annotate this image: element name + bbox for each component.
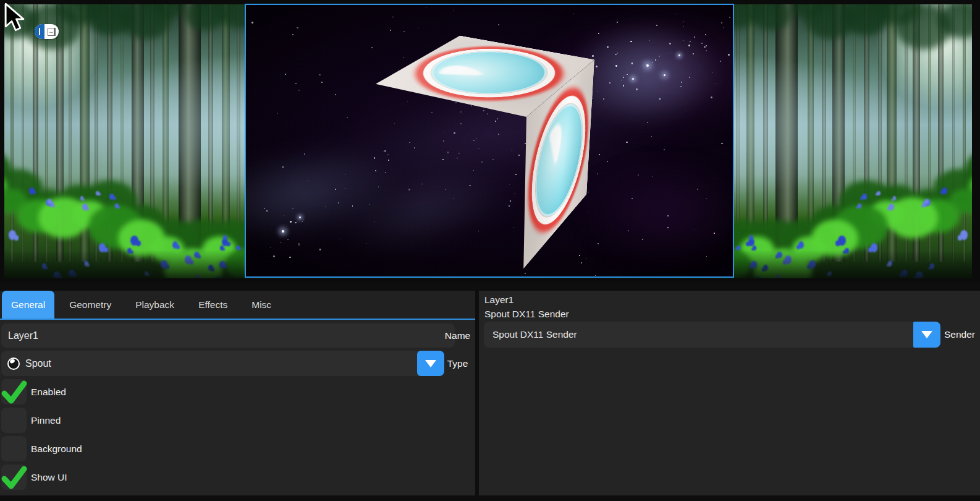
checkbox-row: Pinned [0,408,475,433]
preview-section: → [0,0,980,283]
header-source-name: Spout DX11 Sender [484,307,569,321]
name-row: Name [0,323,475,348]
application-window: → GeneralGeometryPlaybackEffectsMisc Nam… [0,0,980,501]
layer-properties-panel: GeneralGeometryPlaybackEffectsMisc Name … [0,291,475,495]
type-row: Spout Type [0,351,475,376]
tab-bar: GeneralGeometryPlaybackEffectsMisc [0,291,475,320]
name-input[interactable] [1,323,455,348]
checkbox-label: Background [31,436,82,461]
checkbox-label: Enabled [31,379,66,405]
sphere-icon [7,358,20,370]
source-properties-panel: Layer1 Spout DX11 Sender Spout DX11 Send… [479,291,980,495]
type-dropdown[interactable]: Spout [1,351,444,376]
chevron-down-icon [425,360,436,367]
checkbox-row: Background [0,436,475,461]
sender-row: Spout DX11 Sender Sender [479,322,980,348]
name-label: Name [440,323,475,348]
tab-geometry[interactable]: Geometry [60,291,120,319]
type-label: Type [440,351,475,376]
type-value: Spout [25,358,51,369]
checkbox-list: EnabledPinnedBackgroundShow UI [0,379,475,493]
checkbox-label: Pinned [31,408,61,433]
textured-cube [447,47,525,247]
checkbox-row: Enabled [0,379,475,405]
panel-header: Layer1 Spout DX11 Sender [484,293,569,321]
header-layer-name: Layer1 [484,293,569,307]
chevron-down-icon [921,331,932,338]
tab-playback[interactable]: Playback [126,291,184,319]
layer-preview-viewport[interactable] [245,4,734,278]
checkbox-label: Show UI [31,465,67,490]
checkbox-show-ui[interactable] [1,465,27,490]
tab-effects[interactable]: Effects [189,291,237,319]
check-icon [0,377,30,408]
cube-scene [246,5,733,276]
properties-section: GeneralGeometryPlaybackEffectsMisc Name … [0,283,980,501]
sender-label: Sender [944,322,975,348]
open-panel-icon: → [44,24,59,39]
sender-dropdown-button[interactable] [913,322,940,348]
tab-misc[interactable]: Misc [242,291,281,319]
panel-toggle-button[interactable]: → [35,24,59,39]
tab-general[interactable]: General [2,291,54,319]
sender-dropdown[interactable]: Spout DX11 Sender [484,322,913,348]
checkbox-enabled[interactable] [1,379,27,405]
check-icon [0,463,30,494]
checkbox-row: Show UI [0,465,475,490]
checkbox-background[interactable] [1,436,27,461]
sender-value: Spout DX11 Sender [492,329,577,340]
checkbox-pinned[interactable] [1,408,27,433]
